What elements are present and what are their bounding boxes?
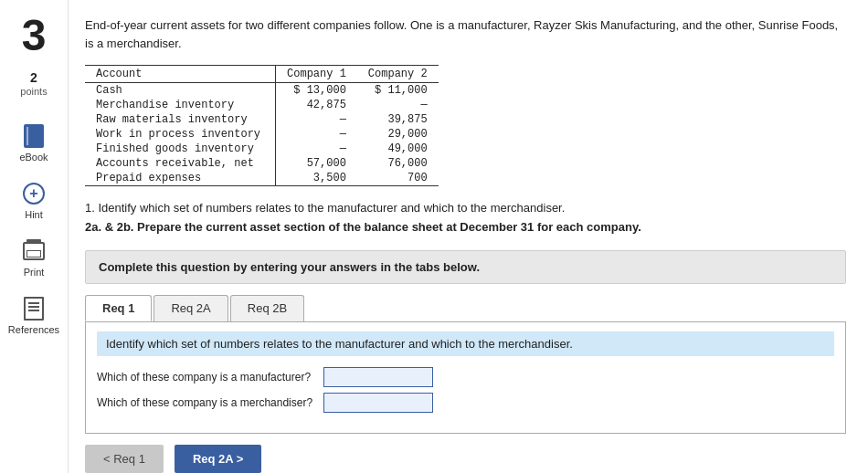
complete-box-text: Complete this question by entering your …	[99, 260, 480, 274]
points-label: 2 points	[20, 70, 47, 98]
company1-cell: —	[276, 142, 357, 156]
account-cell: Accounts receivable, net	[85, 156, 276, 171]
instruction-2: 2a. & 2b. Prepare the current asset sect…	[85, 218, 846, 237]
prev-button[interactable]: < Req 1	[85, 445, 164, 473]
col-company2: Company 2	[357, 66, 439, 83]
tabs-container: Req 1 Req 2A Req 2B	[85, 295, 846, 321]
company2-cell: 700	[357, 171, 439, 186]
next-button[interactable]: Req 2A >	[175, 445, 262, 473]
identify-banner: Identify which set of numbers relates to…	[97, 331, 834, 356]
account-cell: Prepaid expenses	[85, 171, 276, 186]
manufacturer-label: Which of these company is a manufacturer…	[97, 371, 316, 384]
company2-cell: 39,875	[357, 112, 439, 127]
sidebar-item-references[interactable]: References	[0, 287, 68, 344]
table-row: Work in process inventory—29,000	[85, 127, 439, 142]
hint-icon	[21, 181, 47, 206]
form-row-merchandiser: Which of these company is a merchandiser…	[97, 393, 834, 413]
table-row: Cash$ 13,000$ 11,000	[85, 83, 439, 99]
company1-cell: 3,500	[276, 171, 357, 186]
hint-label: Hint	[25, 209, 43, 220]
book-icon	[21, 123, 47, 149]
sidebar-item-ebook[interactable]: eBook	[0, 114, 68, 172]
company2-cell: 76,000	[357, 156, 439, 171]
references-label: References	[8, 324, 59, 335]
banner-text: Identify which set of numbers relates to…	[106, 337, 573, 351]
account-cell: Finished goods inventory	[85, 142, 276, 156]
prev-button-label: < Req 1	[103, 452, 145, 466]
col-company1: Company 1	[276, 66, 357, 83]
points-text: points	[20, 86, 47, 97]
company1-cell: 42,875	[276, 98, 357, 112]
tab-req2b[interactable]: Req 2B	[230, 295, 304, 321]
instruction-1: 1. Identify which set of numbers relates…	[85, 199, 846, 218]
account-cell: Merchandise inventory	[85, 98, 276, 112]
form-rows: Which of these company is a manufacturer…	[97, 367, 834, 413]
company1-cell: 57,000	[276, 156, 357, 171]
sidebar: 3 2 points eBook Hint Print References	[0, 0, 69, 473]
question-number: 3	[22, 9, 47, 58]
references-icon	[21, 296, 47, 321]
main-content: End-of-year current assets for two diffe…	[69, 0, 868, 473]
company2-cell: 49,000	[357, 142, 439, 156]
company1-cell: $ 13,000	[276, 83, 357, 99]
tab-content-area: Identify which set of numbers relates to…	[85, 321, 846, 434]
nav-buttons: < Req 1 Req 2A >	[85, 445, 846, 473]
account-cell: Work in process inventory	[85, 127, 276, 142]
tab-req2a[interactable]: Req 2A	[153, 295, 228, 321]
account-cell: Cash	[85, 83, 276, 99]
next-button-label: Req 2A >	[193, 452, 244, 466]
complete-box: Complete this question by entering your …	[85, 250, 846, 284]
data-table: Account Company 1 Company 2 Cash$ 13,000…	[85, 65, 439, 186]
col-account: Account	[85, 66, 276, 83]
table-row: Finished goods inventory—49,000	[85, 142, 439, 156]
merchandiser-label: Which of these company is a merchandiser…	[97, 396, 316, 409]
company1-cell: —	[276, 127, 357, 142]
account-cell: Raw materials inventory	[85, 112, 276, 127]
company2-cell: —	[357, 98, 439, 112]
merchandiser-input[interactable]	[323, 393, 433, 413]
instructions: 1. Identify which set of numbers relates…	[85, 199, 846, 237]
table-row: Prepaid expenses3,500700	[85, 171, 439, 186]
ebook-label: eBook	[19, 152, 48, 163]
tab-req1[interactable]: Req 1	[85, 295, 152, 321]
print-label: Print	[24, 267, 45, 278]
company1-cell: —	[276, 112, 357, 127]
table-row: Raw materials inventory—39,875	[85, 112, 439, 127]
question-text: End-of-year current assets for two diffe…	[85, 16, 846, 52]
company2-cell: $ 11,000	[357, 83, 439, 99]
print-icon	[21, 238, 47, 264]
manufacturer-input[interactable]	[323, 367, 433, 387]
sidebar-item-hint[interactable]: Hint	[0, 172, 68, 229]
form-row-manufacturer: Which of these company is a manufacturer…	[97, 367, 834, 387]
table-row: Accounts receivable, net57,00076,000	[85, 156, 439, 171]
points-value: 2	[30, 70, 37, 85]
table-row: Merchandise inventory42,875—	[85, 98, 439, 112]
sidebar-item-print[interactable]: Print	[0, 229, 68, 287]
company2-cell: 29,000	[357, 127, 439, 142]
